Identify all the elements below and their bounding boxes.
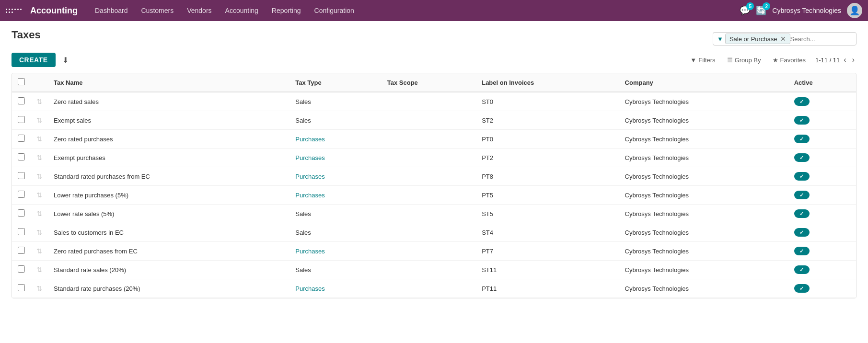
active-toggle[interactable] xyxy=(794,265,810,274)
active-toggle[interactable] xyxy=(794,228,810,237)
row-checkbox[interactable] xyxy=(18,265,25,273)
row-checkbox-cell[interactable] xyxy=(12,92,31,111)
row-checkbox[interactable] xyxy=(18,116,25,123)
row-active[interactable] xyxy=(788,92,856,111)
nav-configuration[interactable]: Configuration xyxy=(309,5,360,16)
table-row[interactable]: ⇅ Lower rate purchases (5%) Purchases PT… xyxy=(12,186,856,205)
table-row[interactable]: ⇅ Zero rated purchases Purchases PT0 Cyb… xyxy=(12,130,856,149)
row-tax-name[interactable]: Lower rate purchases (5%) xyxy=(48,186,289,205)
search-box[interactable]: ▼ Sale or Purchase ✕ xyxy=(713,32,856,46)
group-by-button[interactable]: ☰ Group By xyxy=(723,55,765,66)
app-logo[interactable]: Accounting xyxy=(6,6,78,16)
row-drag-cell[interactable]: ⇅ xyxy=(31,130,48,149)
row-tax-type[interactable]: Purchases xyxy=(289,186,382,205)
active-filter-tag[interactable]: Sale or Purchase ✕ xyxy=(725,34,790,44)
nav-customers[interactable]: Customers xyxy=(136,5,180,16)
drag-handle[interactable]: ⇅ xyxy=(36,247,42,255)
drag-handle[interactable]: ⇅ xyxy=(36,116,42,124)
active-toggle[interactable] xyxy=(794,209,810,218)
active-toggle[interactable] xyxy=(794,191,810,199)
row-tax-name[interactable]: Standard rate purchases (20%) xyxy=(48,279,289,298)
active-toggle[interactable] xyxy=(794,172,810,181)
row-active[interactable] xyxy=(788,149,856,167)
row-active[interactable] xyxy=(788,111,856,130)
row-checkbox[interactable] xyxy=(18,284,25,291)
row-tax-name[interactable]: Zero rated purchases xyxy=(48,130,289,149)
nav-accounting[interactable]: Accounting xyxy=(220,5,264,16)
row-tax-name[interactable]: Standard rate sales (20%) xyxy=(48,261,289,279)
row-tax-name[interactable]: Zero rated sales xyxy=(48,92,289,111)
row-checkbox-cell[interactable] xyxy=(12,111,31,130)
row-tax-type[interactable]: Purchases xyxy=(289,130,382,149)
drag-handle[interactable]: ⇅ xyxy=(36,154,42,161)
remove-filter-button[interactable]: ✕ xyxy=(780,35,786,43)
row-checkbox[interactable] xyxy=(18,191,25,198)
select-all-header[interactable] xyxy=(12,73,31,92)
row-tax-type[interactable]: Purchases xyxy=(289,167,382,186)
table-row[interactable]: ⇅ Lower rate sales (5%) Sales ST5 Cybros… xyxy=(12,205,856,223)
favorites-button[interactable]: ★ Favorites xyxy=(769,55,810,66)
nav-dashboard[interactable]: Dashboard xyxy=(89,5,134,16)
row-checkbox[interactable] xyxy=(18,97,25,104)
row-active[interactable] xyxy=(788,186,856,205)
drag-handle[interactable]: ⇅ xyxy=(36,285,42,292)
filters-button[interactable]: ▼ Filters xyxy=(686,55,719,66)
row-tax-type[interactable]: Sales xyxy=(289,111,382,130)
row-drag-cell[interactable]: ⇅ xyxy=(31,149,48,167)
row-tax-type[interactable]: Sales xyxy=(289,223,382,242)
row-active[interactable] xyxy=(788,223,856,242)
table-row[interactable]: ⇅ Standard rate purchases (20%) Purchase… xyxy=(12,279,856,298)
row-checkbox-cell[interactable] xyxy=(12,130,31,149)
row-drag-cell[interactable]: ⇅ xyxy=(31,261,48,279)
active-toggle[interactable] xyxy=(794,284,810,293)
row-tax-name[interactable]: Exempt purchases xyxy=(48,149,289,167)
row-checkbox-cell[interactable] xyxy=(12,186,31,205)
row-tax-name[interactable]: Zero rated purchases from EC xyxy=(48,242,289,261)
row-checkbox[interactable] xyxy=(18,247,25,254)
row-active[interactable] xyxy=(788,167,856,186)
row-drag-cell[interactable]: ⇅ xyxy=(31,186,48,205)
row-tax-name[interactable]: Exempt sales xyxy=(48,111,289,130)
row-drag-cell[interactable]: ⇅ xyxy=(31,205,48,223)
table-row[interactable]: ⇅ Zero rated sales Sales ST0 Cybrosys Te… xyxy=(12,92,856,111)
nav-reporting[interactable]: Reporting xyxy=(266,5,307,16)
row-checkbox[interactable] xyxy=(18,209,25,217)
row-tax-type[interactable]: Sales xyxy=(289,261,382,279)
row-active[interactable] xyxy=(788,130,856,149)
prev-page-button[interactable]: ‹ xyxy=(842,55,848,65)
drag-handle[interactable]: ⇅ xyxy=(36,229,42,236)
select-all-checkbox[interactable] xyxy=(18,78,25,85)
row-checkbox-cell[interactable] xyxy=(12,167,31,186)
row-checkbox-cell[interactable] xyxy=(12,223,31,242)
row-drag-cell[interactable]: ⇅ xyxy=(31,279,48,298)
active-toggle[interactable] xyxy=(794,153,810,162)
active-toggle[interactable] xyxy=(794,97,810,106)
drag-handle[interactable]: ⇅ xyxy=(36,266,42,274)
next-page-button[interactable]: › xyxy=(850,55,856,65)
table-row[interactable]: ⇅ Standard rated purchases from EC Purch… xyxy=(12,167,856,186)
row-tax-type[interactable]: Purchases xyxy=(289,149,382,167)
row-checkbox[interactable] xyxy=(18,135,25,142)
table-row[interactable]: ⇅ Zero rated purchases from EC Purchases… xyxy=(12,242,856,261)
row-tax-name[interactable]: Sales to customers in EC xyxy=(48,223,289,242)
row-checkbox-cell[interactable] xyxy=(12,149,31,167)
row-drag-cell[interactable]: ⇅ xyxy=(31,242,48,261)
row-checkbox[interactable] xyxy=(18,172,25,179)
row-active[interactable] xyxy=(788,279,856,298)
row-tax-name[interactable]: Lower rate sales (5%) xyxy=(48,205,289,223)
row-checkbox[interactable] xyxy=(18,153,25,160)
drag-handle[interactable]: ⇅ xyxy=(36,135,42,143)
row-drag-cell[interactable]: ⇅ xyxy=(31,167,48,186)
activity-icon[interactable]: 🔄 2 xyxy=(756,5,766,16)
user-avatar[interactable]: 👤 xyxy=(847,3,862,18)
notifications-icon[interactable]: 💬 5 xyxy=(740,5,750,16)
create-button[interactable]: CREATE xyxy=(12,53,56,67)
drag-handle[interactable]: ⇅ xyxy=(36,210,42,217)
active-toggle[interactable] xyxy=(794,247,810,255)
table-row[interactable]: ⇅ Sales to customers in EC Sales ST4 Cyb… xyxy=(12,223,856,242)
row-tax-type[interactable]: Purchases xyxy=(289,279,382,298)
drag-handle[interactable]: ⇅ xyxy=(36,172,42,180)
table-row[interactable]: ⇅ Standard rate sales (20%) Sales ST11 C… xyxy=(12,261,856,279)
row-drag-cell[interactable]: ⇅ xyxy=(31,223,48,242)
download-button[interactable]: ⬇ xyxy=(59,54,71,67)
